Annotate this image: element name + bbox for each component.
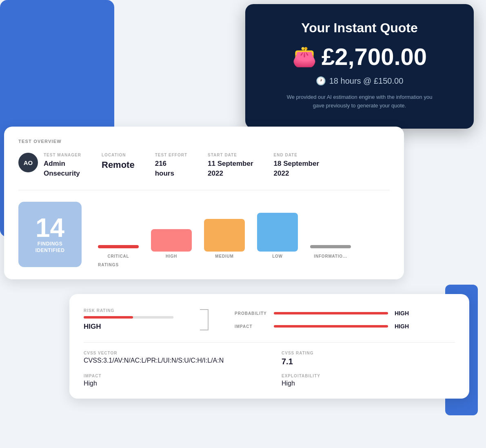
start-date-field-group: START DATE 11 September 2022 [208,153,253,178]
manager-name-line1: Admin [44,159,81,169]
bar-critical [98,245,139,248]
impact-bar [274,325,388,328]
bar-info [310,245,351,248]
probability-label: PROBABILITY [235,311,267,316]
risk-rating-label: RISK RATING [84,308,173,313]
impact-value: HIGH [395,323,415,330]
impact-exploitability-row: IMPACT High EXPLOITABILITY High [84,374,455,387]
findings-text: FINDINGSIDENTIFIED [36,241,65,254]
avatar: AO [18,153,38,172]
overview-card: TEST OVERVIEW AO TEST MANAGER Admin Onse… [4,127,404,279]
findings-number: 14 [36,215,64,241]
quote-description: We provided our AI estimation engine wit… [282,93,437,110]
ratings-bars: CRITICAL HIGH MEDIUM [98,211,390,259]
exploitability-label: EXPLOITABILITY [282,374,455,378]
probability-value: HIGH [395,310,415,316]
risk-rating-section: RISK RATING HIGH [84,308,173,332]
ratings-title: RATINGS [98,263,390,267]
cvss-section: CVSS VECTOR CVSS:3.1/AV:N/AC:L/PR:L/UI:N… [84,351,455,366]
cvss-vector-label: CVSS VECTOR [84,351,257,355]
test-effort-field-group: TEST EFFORT 216 hours [155,153,187,178]
impact-detail-value: High [84,380,257,387]
start-date-value1: 11 September [208,159,253,169]
bracket-connector [198,305,210,334]
start-date-label: START DATE [208,153,253,157]
details-card: RISK RATING HIGH PROBABILITY HIGH [69,294,469,399]
quote-card: Your Instant Quote 👛 £2,700.00 🕐 18 hour… [245,4,474,129]
rating-critical: CRITICAL [98,211,139,259]
rating-medium: MEDIUM [204,211,245,259]
location-field-group: LOCATION Remote [102,153,135,172]
cvss-rating-value: 7.1 [282,357,455,366]
impact-detail-group: IMPACT High [84,374,257,387]
manager-label: TEST MANAGER [44,153,81,157]
risk-rating-value: HIGH [84,322,173,332]
bar-medium [204,219,245,252]
rating-medium-label: MEDIUM [215,254,233,259]
wallet-icon: 👛 [292,45,317,68]
rating-high-label: HIGH [166,254,177,259]
impact-row: IMPACT HIGH [235,323,455,330]
bar-high [151,229,192,252]
scene: Your Instant Quote 👛 £2,700.00 🕐 18 hour… [0,0,486,448]
rating-low: LOW [257,211,298,259]
impact-label: IMPACT [235,324,267,329]
findings-section: 14 FINDINGSIDENTIFIED CRITICAL [18,202,390,267]
probability-row: PROBABILITY HIGH [235,310,455,316]
rating-low-label: LOW [272,254,283,259]
impact-detail-label: IMPACT [84,374,257,378]
ratings-section: CRITICAL HIGH MEDIUM [98,211,390,267]
test-effort-value2: hours [155,169,187,178]
rating-high: HIGH [151,211,192,259]
quote-amount: 👛 £2,700.00 [266,43,453,70]
manager-section: AO TEST MANAGER Admin Onsecurity [18,153,81,178]
probability-bar [274,312,388,314]
cvss-rating-group: CVSS RATING 7.1 [282,351,455,366]
quote-hours: 🕐 18 hours @ £150.00 [266,76,453,86]
manager-name-line2: Onsecurity [44,169,81,178]
exploitability-group: EXPLOITABILITY High [282,374,455,387]
end-date-label: END DATE [274,153,320,157]
rating-critical-label: CRITICAL [107,254,129,259]
quote-title: Your Instant Quote [266,20,453,36]
risk-slider-fill [84,316,133,319]
details-row: RISK RATING HIGH PROBABILITY HIGH [84,305,455,343]
risk-slider [84,316,173,319]
overview-content: AO TEST MANAGER Admin Onsecurity LOCATIO… [18,153,390,190]
test-effort-value1: 216 [155,159,187,169]
cvss-rating-label: CVSS RATING [282,351,455,355]
end-date-value2: 2022 [274,169,320,178]
test-effort-label: TEST EFFORT [155,153,187,157]
cvss-vector-value: CVSS:3.1/AV:N/AC:L/PR:L/UI:N/S:U/C:H/I:L… [84,357,257,364]
manager-field-group: TEST MANAGER Admin Onsecurity [44,153,81,178]
rating-info: INFORMATIO... [310,211,351,259]
probability-impact-section: PROBABILITY HIGH IMPACT HIGH [235,310,455,330]
bar-low [257,213,298,252]
findings-badge: 14 FINDINGSIDENTIFIED [18,202,82,267]
overview-section-label: TEST OVERVIEW [18,139,390,144]
start-date-value2: 2022 [208,169,253,178]
exploitability-value: High [282,380,455,387]
rating-info-label: INFORMATIO... [314,254,347,259]
cvss-vector-group: CVSS VECTOR CVSS:3.1/AV:N/AC:L/PR:L/UI:N… [84,351,257,366]
clock-icon: 🕐 [316,76,326,86]
end-date-field-group: END DATE 18 September 2022 [274,153,320,178]
end-date-value1: 18 September [274,159,320,169]
location-label: LOCATION [102,153,135,157]
location-value: Remote [102,159,135,172]
